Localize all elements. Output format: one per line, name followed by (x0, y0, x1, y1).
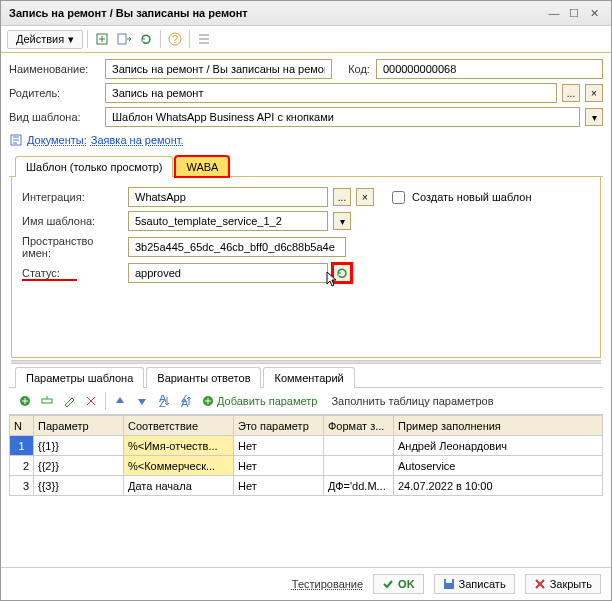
col-param[interactable]: Параметр (34, 416, 124, 436)
code-input[interactable] (381, 62, 598, 76)
documents-link[interactable]: Заявка на ремонт. (91, 134, 184, 146)
status-field[interactable] (128, 263, 328, 283)
main-tabs: Шаблон (только просмотр) WABA (9, 155, 603, 177)
namespace-input[interactable] (133, 240, 341, 254)
template-type-dropdown[interactable]: ▾ (585, 108, 603, 126)
move-up-icon[interactable] (110, 391, 130, 411)
template-list-icon[interactable] (194, 29, 214, 49)
add-param-link[interactable]: Добавить параметр (202, 395, 317, 407)
col-n[interactable]: N (10, 416, 34, 436)
parent-input[interactable] (110, 86, 552, 100)
refresh-icon[interactable] (136, 29, 156, 49)
cell-example[interactable]: Андрей Леонардович (394, 436, 603, 456)
cell-isparam[interactable]: Нет (234, 476, 324, 496)
create-new-template-input[interactable] (392, 191, 405, 204)
separator (105, 392, 106, 410)
sort-desc-icon[interactable]: ZA (176, 391, 196, 411)
subtab-params[interactable]: Параметры шаблона (15, 367, 144, 388)
table-header-row: N Параметр Соответствие Это параметр Фор… (10, 416, 603, 436)
code-field[interactable] (376, 59, 603, 79)
namespace-field[interactable] (128, 237, 346, 257)
maximize-button[interactable]: ☐ (565, 5, 583, 21)
cell-param[interactable]: {{2}} (34, 456, 124, 476)
status-input[interactable] (133, 266, 323, 280)
cell-example[interactable]: 24.07.2022 в 10:00 (394, 476, 603, 496)
save-icon (443, 578, 455, 590)
cell-format[interactable] (324, 436, 394, 456)
list-go-icon[interactable] (114, 29, 134, 49)
create-new-template-checkbox[interactable]: Создать новый шаблон (388, 188, 532, 207)
close-window-button[interactable]: ✕ (585, 5, 603, 21)
cell-example[interactable]: Autoservice (394, 456, 603, 476)
param-toolbar: AZ ZA Добавить параметр Заполнить таблиц… (9, 388, 603, 415)
close-icon (534, 578, 546, 590)
name-field[interactable] (105, 59, 332, 79)
namespace-label: Пространство имен: (22, 235, 122, 259)
template-type-field[interactable] (105, 107, 580, 127)
cell-format[interactable]: ДФ='dd.M... (324, 476, 394, 496)
cell-match[interactable]: Дата начала (124, 476, 234, 496)
cell-n[interactable]: 1 (10, 436, 34, 456)
minimize-button[interactable]: — (545, 5, 563, 21)
name-input[interactable] (110, 62, 327, 76)
cell-n[interactable]: 3 (10, 476, 34, 496)
template-name-field[interactable] (128, 211, 328, 231)
cell-param[interactable]: {{1}} (34, 436, 124, 456)
check-icon (382, 578, 394, 590)
col-isparam[interactable]: Это параметр (234, 416, 324, 436)
subtab-answers[interactable]: Варианты ответов (146, 367, 261, 388)
cell-isparam[interactable]: Нет (234, 456, 324, 476)
ok-button[interactable]: OK (373, 574, 424, 594)
actions-menu[interactable]: Действия ▾ (7, 30, 83, 49)
table-row[interactable]: 3 {{3}} Дата начала Нет ДФ='dd.M... 24.0… (10, 476, 603, 496)
edit-row-icon[interactable] (59, 391, 79, 411)
waba-panel: Интеграция: ... × Создать новый шаблон И… (11, 177, 601, 358)
cell-match[interactable]: %<Коммерческ... (124, 456, 234, 476)
insert-row-icon[interactable] (37, 391, 57, 411)
parent-field[interactable] (105, 83, 557, 103)
splitter[interactable] (11, 360, 601, 364)
cell-match[interactable]: %<Имя-отчеств... (124, 436, 234, 456)
help-icon[interactable]: ? (165, 29, 185, 49)
bottom-bar: Тестирование OK Записать Закрыть (1, 567, 611, 600)
col-match[interactable]: Соответствие (124, 416, 234, 436)
sub-tabs: Параметры шаблона Варианты ответов Комме… (9, 366, 603, 388)
save-button[interactable]: Записать (434, 574, 515, 594)
integration-choose-button[interactable]: ... (333, 188, 351, 206)
parent-choose-button[interactable]: ... (562, 84, 580, 102)
subtab-comment[interactable]: Комментарий (263, 367, 354, 388)
cell-isparam[interactable]: Нет (234, 436, 324, 456)
window-title: Запись на ремонт / Вы записаны на ремонт (9, 7, 543, 19)
add-row-icon[interactable] (15, 391, 35, 411)
table-row[interactable]: 2 {{2}} %<Коммерческ... Нет Autoservice (10, 456, 603, 476)
template-name-input[interactable] (133, 214, 323, 228)
main-toolbar: Действия ▾ ? (1, 26, 611, 53)
documents-label[interactable]: Документы: (27, 134, 87, 146)
titlebar: Запись на ремонт / Вы записаны на ремонт… (1, 1, 611, 26)
test-link[interactable]: Тестирование (292, 578, 363, 590)
template-name-dropdown[interactable]: ▾ (333, 212, 351, 230)
integration-input[interactable] (133, 190, 323, 204)
tab-template-view[interactable]: Шаблон (только просмотр) (15, 156, 173, 177)
parent-label: Родитель: (9, 87, 99, 99)
integration-clear-button[interactable]: × (356, 188, 374, 206)
col-example[interactable]: Пример заполнения (394, 416, 603, 436)
delete-row-icon[interactable] (81, 391, 101, 411)
cell-n[interactable]: 2 (10, 456, 34, 476)
integration-field[interactable] (128, 187, 328, 207)
plus-icon (202, 395, 214, 407)
tab-waba[interactable]: WABA (175, 156, 229, 177)
sort-asc-icon[interactable]: AZ (154, 391, 174, 411)
template-type-input[interactable] (110, 110, 575, 124)
template-name-label: Имя шаблона: (22, 215, 122, 227)
fill-table-link[interactable]: Заполнить таблицу параметров (331, 395, 493, 407)
cell-format[interactable] (324, 456, 394, 476)
move-down-icon[interactable] (132, 391, 152, 411)
actions-label: Действия (16, 33, 64, 45)
parent-clear-button[interactable]: × (585, 84, 603, 102)
add-icon[interactable] (92, 29, 112, 49)
table-row[interactable]: 1 {{1}} %<Имя-отчеств... Нет Андрей Леон… (10, 436, 603, 456)
col-format[interactable]: Формат з... (324, 416, 394, 436)
close-button[interactable]: Закрыть (525, 574, 601, 594)
cell-param[interactable]: {{3}} (34, 476, 124, 496)
